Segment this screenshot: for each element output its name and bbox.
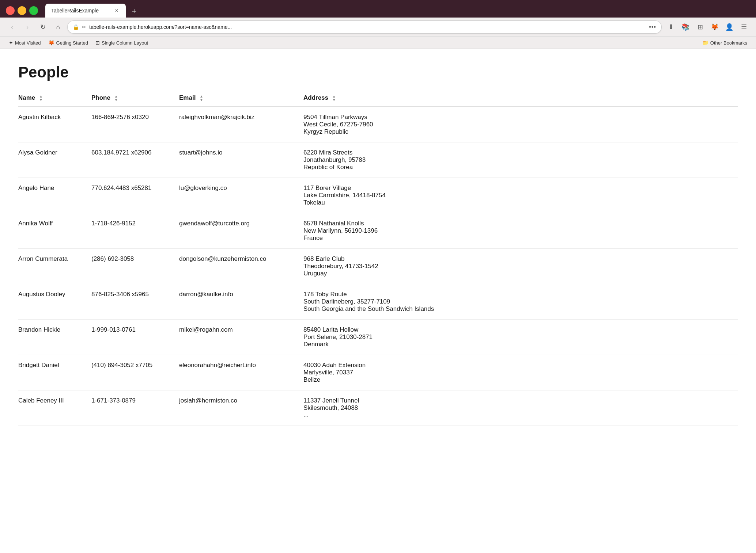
address-line3: Tokelau [303,199,732,206]
bookmark-single-column[interactable]: ⊡ Single Column Layout [92,38,151,47]
sort-icon-email: ▲▼ [200,95,203,102]
url-icon: ✏ [82,24,86,30]
address-line3: France [303,234,732,242]
traffic-lights [6,6,38,15]
cell-email: darron@kaulke.info [179,284,303,319]
address-bar[interactable]: 🔒 ✏ tabelle-rails-example.herokuapp.com/… [67,20,662,34]
cell-email: dongolson@kunzehermiston.co [179,248,303,284]
tab-title: TabelleRailsExample [51,8,110,14]
cell-name: Augustus Dooley [18,284,91,319]
url-text: tabelle-rails-example.herokuapp.com/?sor… [89,24,646,30]
new-tab-button[interactable]: + [128,5,140,18]
address-line2: South Darlineberg, 35277-7109 [303,298,732,305]
address-line3: Belize [303,376,732,384]
table-row: Agustin Kilback166-869-2576 x0320raleigh… [18,107,738,142]
close-button[interactable] [6,6,15,15]
nav-bar: ‹ › ↻ ⌂ 🔒 ✏ tabelle-rails-example.heroku… [0,18,756,37]
cell-phone: 770.624.4483 x65281 [91,178,179,213]
bookmark-getting-started-label: Getting Started [56,40,88,46]
layout-icon: ⊡ [95,40,100,46]
header-row: Name ▲▼ Phone ▲▼ Email ▲▼ Address ▲▼ [18,90,738,107]
cell-name: Bridgett Daniel [18,355,91,390]
address-line3: Denmark [303,341,732,348]
address-more-button[interactable]: ••• [649,24,656,30]
cell-address: 11337 Jenell TunnelSkilesmouth, 24088... [303,390,738,426]
table-header: Name ▲▼ Phone ▲▼ Email ▲▼ Address ▲▼ [18,90,738,107]
cell-name: Angelo Hane [18,178,91,213]
cell-name: Agustin Kilback [18,107,91,142]
home-button[interactable]: ⌂ [52,21,64,33]
tab-close-button[interactable]: ✕ [113,7,120,14]
column-header-phone[interactable]: Phone ▲▼ [91,90,179,107]
cell-address: 117 Borer VillageLake Carrolshire, 14418… [303,178,738,213]
address-line1: 178 Toby Route [303,291,732,298]
column-header-email[interactable]: Email ▲▼ [179,90,303,107]
bookmarks-bar: ✦ Most Visited 🦊 Getting Started ⊡ Singl… [0,37,756,49]
sort-icon-address: ▲▼ [332,95,336,102]
table-row: Bridgett Daniel(410) 894-3052 x7705eleon… [18,355,738,390]
back-button[interactable]: ‹ [6,21,18,33]
firefox-account-button[interactable]: 🦊 [708,21,721,33]
cell-phone: (410) 894-3052 x7705 [91,355,179,390]
table-row: Alysa Goldner603.184.9721 x62906stuart@j… [18,142,738,178]
table-row: Annika Wolff1-718-426-9152gwendawolf@tur… [18,213,738,248]
cell-name: Alysa Goldner [18,142,91,178]
cell-name: Caleb Feeney III [18,390,91,426]
minimize-button[interactable] [18,6,26,15]
cell-address: 6220 Mira StreetsJonathanburgh, 95783Rep… [303,142,738,178]
sort-icon-phone: ▲▼ [114,95,118,102]
address-line1: 6578 Nathanial Knolls [303,220,732,227]
folder-icon: 📁 [702,40,708,46]
people-table: Name ▲▼ Phone ▲▼ Email ▲▼ Address ▲▼ Agu… [18,90,738,426]
bookmark-most-visited[interactable]: ✦ Most Visited [6,38,44,47]
other-bookmarks[interactable]: 📁 Other Bookmarks [699,38,750,47]
cell-email: raleighvolkman@krajcik.biz [179,107,303,142]
firefox-icon: 🦊 [48,40,54,46]
active-tab[interactable]: TabelleRailsExample ✕ [45,4,126,18]
forward-button[interactable]: › [21,21,34,33]
reload-button[interactable]: ↻ [37,21,49,33]
address-line1: 117 Borer Village [303,184,732,192]
cell-name: Brandon Hickle [18,319,91,355]
table-row: Angelo Hane770.624.4483 x65281lu@gloverk… [18,178,738,213]
cell-email: lu@gloverking.co [179,178,303,213]
nav-right-buttons: ⬇ 📚 ⊞ 🦊 👤 ☰ [665,21,750,33]
address-line2: Skilesmouth, 24088 [303,404,732,412]
cell-phone: (286) 692-3058 [91,248,179,284]
sort-icon-name: ▲▼ [39,95,43,102]
page-title: People [18,64,738,81]
bookmark-getting-started[interactable]: 🦊 Getting Started [45,38,91,47]
table-row: Caleb Feeney III1-671-373-0879josiah@her… [18,390,738,426]
menu-button[interactable]: ☰ [738,21,750,33]
table-body: Agustin Kilback166-869-2576 x0320raleigh… [18,107,738,426]
address-line2: Marlysville, 70337 [303,369,732,376]
tabs-bar: TabelleRailsExample ✕ + [45,4,140,18]
address-line1: 40030 Adah Extension [303,362,732,369]
cell-address: 178 Toby RouteSouth Darlineberg, 35277-7… [303,284,738,319]
address-line2: Jonathanburgh, 95783 [303,156,732,164]
column-header-name[interactable]: Name ▲▼ [18,90,91,107]
cell-name: Arron Cummerata [18,248,91,284]
cell-email: mikel@rogahn.com [179,319,303,355]
table-row: Augustus Dooley876-825-3406 x5965darron@… [18,284,738,319]
account-button[interactable]: 👤 [723,21,736,33]
cell-phone: 1-718-426-9152 [91,213,179,248]
download-button[interactable]: ⬇ [665,21,677,33]
cell-phone: 876-825-3406 x5965 [91,284,179,319]
column-header-address[interactable]: Address ▲▼ [303,90,738,107]
table-row: Arron Cummerata(286) 692-3058dongolson@k… [18,248,738,284]
title-bar: TabelleRailsExample ✕ + [0,0,756,18]
cell-address: 85480 Larita HollowPort Selene, 21030-28… [303,319,738,355]
cell-phone: 1-999-013-0761 [91,319,179,355]
cell-address: 968 Earle ClubTheodorebury, 41733-1542Ur… [303,248,738,284]
table-row: Brandon Hickle1-999-013-0761mikel@rogahn… [18,319,738,355]
address-line2: Lake Carrolshire, 14418-8754 [303,192,732,199]
bookmarks-button[interactable]: 📚 [679,21,692,33]
bookmark-most-visited-label: Most Visited [15,40,41,46]
address-line2: West Cecile, 67275-7960 [303,121,732,128]
extensions-button[interactable]: ⊞ [694,21,706,33]
cell-phone: 1-671-373-0879 [91,390,179,426]
address-line2: Theodorebury, 41733-1542 [303,263,732,270]
maximize-button[interactable] [29,6,38,15]
address-line3: South Georgia and the South Sandwich Isl… [303,305,732,313]
